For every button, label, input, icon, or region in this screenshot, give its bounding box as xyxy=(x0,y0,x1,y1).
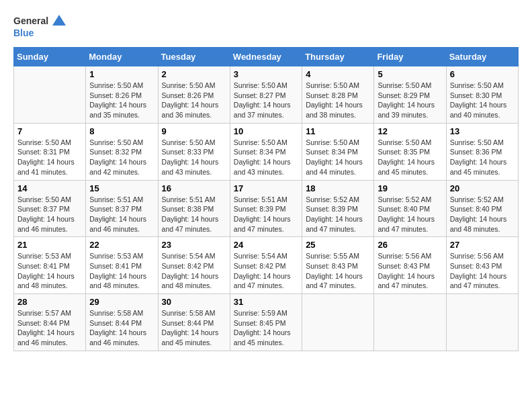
day-info: Sunrise: 5:56 AM Sunset: 8:43 PM Dayligh… xyxy=(378,251,442,291)
day-number: 30 xyxy=(162,297,226,307)
calendar-week-row: 7Sunrise: 5:50 AM Sunset: 8:31 PM Daylig… xyxy=(14,123,519,180)
weekday-header-wednesday: Wednesday xyxy=(230,48,302,66)
day-number: 26 xyxy=(378,240,442,250)
day-number: 1 xyxy=(89,69,154,79)
day-number: 29 xyxy=(89,297,154,307)
calendar-cell: 5Sunrise: 5:50 AM Sunset: 8:29 PM Daylig… xyxy=(374,66,446,124)
day-number: 28 xyxy=(17,297,82,307)
logo-svg: GeneralBlue xyxy=(13,13,67,40)
day-info: Sunrise: 5:51 AM Sunset: 8:39 PM Dayligh… xyxy=(234,195,298,234)
calendar-cell: 13Sunrise: 5:50 AM Sunset: 8:36 PM Dayli… xyxy=(446,123,518,180)
day-info: Sunrise: 5:50 AM Sunset: 8:31 PM Dayligh… xyxy=(17,138,82,177)
calendar-cell: 1Sunrise: 5:50 AM Sunset: 8:26 PM Daylig… xyxy=(86,66,158,124)
calendar-cell: 25Sunrise: 5:55 AM Sunset: 8:43 PM Dayli… xyxy=(302,237,374,294)
svg-marker-1 xyxy=(52,15,66,26)
calendar-cell: 15Sunrise: 5:51 AM Sunset: 8:37 PM Dayli… xyxy=(86,180,158,237)
weekday-header-friday: Friday xyxy=(374,48,446,66)
calendar-cell: 4Sunrise: 5:50 AM Sunset: 8:28 PM Daylig… xyxy=(302,66,374,124)
day-number: 20 xyxy=(450,183,515,193)
day-number: 25 xyxy=(306,240,370,250)
calendar-cell: 21Sunrise: 5:53 AM Sunset: 8:41 PM Dayli… xyxy=(14,237,86,294)
day-info: Sunrise: 5:50 AM Sunset: 8:26 PM Dayligh… xyxy=(162,81,226,120)
calendar-cell xyxy=(374,294,446,351)
calendar-week-row: 28Sunrise: 5:57 AM Sunset: 8:44 PM Dayli… xyxy=(14,294,519,351)
day-info: Sunrise: 5:54 AM Sunset: 8:42 PM Dayligh… xyxy=(234,251,298,291)
day-info: Sunrise: 5:55 AM Sunset: 8:43 PM Dayligh… xyxy=(306,251,370,291)
day-number: 5 xyxy=(378,69,442,79)
calendar-cell: 18Sunrise: 5:52 AM Sunset: 8:39 PM Dayli… xyxy=(302,180,374,237)
weekday-header-thursday: Thursday xyxy=(302,48,374,66)
day-info: Sunrise: 5:50 AM Sunset: 8:32 PM Dayligh… xyxy=(89,138,154,177)
day-number: 10 xyxy=(234,126,298,136)
day-info: Sunrise: 5:50 AM Sunset: 8:26 PM Dayligh… xyxy=(89,81,154,120)
weekday-header-sunday: Sunday xyxy=(14,48,86,66)
day-info: Sunrise: 5:50 AM Sunset: 8:36 PM Dayligh… xyxy=(450,138,515,177)
day-number: 23 xyxy=(162,240,226,250)
day-info: Sunrise: 5:50 AM Sunset: 8:29 PM Dayligh… xyxy=(378,81,442,120)
day-info: Sunrise: 5:52 AM Sunset: 8:40 PM Dayligh… xyxy=(378,195,442,234)
day-info: Sunrise: 5:50 AM Sunset: 8:35 PM Dayligh… xyxy=(378,138,442,177)
day-number: 4 xyxy=(306,69,370,79)
calendar-table: SundayMondayTuesdayWednesdayThursdayFrid… xyxy=(13,47,519,351)
day-number: 2 xyxy=(162,69,226,79)
day-info: Sunrise: 5:57 AM Sunset: 8:44 PM Dayligh… xyxy=(17,308,82,348)
calendar-cell: 19Sunrise: 5:52 AM Sunset: 8:40 PM Dayli… xyxy=(374,180,446,237)
svg-text:Blue: Blue xyxy=(13,28,34,38)
day-info: Sunrise: 5:52 AM Sunset: 8:39 PM Dayligh… xyxy=(306,195,370,234)
calendar-cell: 6Sunrise: 5:50 AM Sunset: 8:30 PM Daylig… xyxy=(446,66,518,124)
day-info: Sunrise: 5:54 AM Sunset: 8:42 PM Dayligh… xyxy=(162,251,226,291)
day-number: 27 xyxy=(450,240,515,250)
calendar-cell: 31Sunrise: 5:59 AM Sunset: 8:45 PM Dayli… xyxy=(230,294,302,351)
calendar-week-row: 21Sunrise: 5:53 AM Sunset: 8:41 PM Dayli… xyxy=(14,237,519,294)
day-number: 8 xyxy=(89,126,154,136)
day-info: Sunrise: 5:51 AM Sunset: 8:38 PM Dayligh… xyxy=(162,195,226,234)
day-info: Sunrise: 5:50 AM Sunset: 8:27 PM Dayligh… xyxy=(234,81,298,120)
calendar-cell: 29Sunrise: 5:58 AM Sunset: 8:44 PM Dayli… xyxy=(86,294,158,351)
calendar-week-row: 14Sunrise: 5:50 AM Sunset: 8:37 PM Dayli… xyxy=(14,180,519,237)
day-number: 15 xyxy=(89,183,154,193)
day-info: Sunrise: 5:58 AM Sunset: 8:44 PM Dayligh… xyxy=(162,308,226,348)
weekday-header-saturday: Saturday xyxy=(446,48,518,66)
day-info: Sunrise: 5:52 AM Sunset: 8:40 PM Dayligh… xyxy=(450,195,515,234)
calendar-cell: 17Sunrise: 5:51 AM Sunset: 8:39 PM Dayli… xyxy=(230,180,302,237)
logo: GeneralBlue xyxy=(13,13,67,40)
day-info: Sunrise: 5:58 AM Sunset: 8:44 PM Dayligh… xyxy=(89,308,154,348)
calendar-cell: 8Sunrise: 5:50 AM Sunset: 8:32 PM Daylig… xyxy=(86,123,158,180)
calendar-cell: 24Sunrise: 5:54 AM Sunset: 8:42 PM Dayli… xyxy=(230,237,302,294)
day-number: 24 xyxy=(234,240,298,250)
calendar-cell xyxy=(302,294,374,351)
calendar-cell: 20Sunrise: 5:52 AM Sunset: 8:40 PM Dayli… xyxy=(446,180,518,237)
calendar-cell: 30Sunrise: 5:58 AM Sunset: 8:44 PM Dayli… xyxy=(158,294,230,351)
day-number: 21 xyxy=(17,240,82,250)
calendar-cell: 27Sunrise: 5:56 AM Sunset: 8:43 PM Dayli… xyxy=(446,237,518,294)
calendar-cell: 23Sunrise: 5:54 AM Sunset: 8:42 PM Dayli… xyxy=(158,237,230,294)
weekday-header-row: SundayMondayTuesdayWednesdayThursdayFrid… xyxy=(14,48,519,66)
day-number: 13 xyxy=(450,126,515,136)
calendar-cell xyxy=(14,66,86,124)
day-number: 19 xyxy=(378,183,442,193)
day-number: 31 xyxy=(234,297,298,307)
day-number: 11 xyxy=(306,126,370,136)
day-number: 9 xyxy=(162,126,226,136)
day-number: 18 xyxy=(306,183,370,193)
day-number: 22 xyxy=(89,240,154,250)
weekday-header-monday: Monday xyxy=(86,48,158,66)
day-number: 16 xyxy=(162,183,226,193)
day-info: Sunrise: 5:50 AM Sunset: 8:33 PM Dayligh… xyxy=(162,138,226,177)
calendar-cell: 26Sunrise: 5:56 AM Sunset: 8:43 PM Dayli… xyxy=(374,237,446,294)
day-info: Sunrise: 5:56 AM Sunset: 8:43 PM Dayligh… xyxy=(450,251,515,291)
day-info: Sunrise: 5:51 AM Sunset: 8:37 PM Dayligh… xyxy=(89,195,154,234)
day-info: Sunrise: 5:59 AM Sunset: 8:45 PM Dayligh… xyxy=(234,308,298,348)
day-number: 6 xyxy=(450,69,515,79)
day-info: Sunrise: 5:50 AM Sunset: 8:37 PM Dayligh… xyxy=(17,195,82,234)
calendar-cell: 12Sunrise: 5:50 AM Sunset: 8:35 PM Dayli… xyxy=(374,123,446,180)
calendar-cell: 11Sunrise: 5:50 AM Sunset: 8:34 PM Dayli… xyxy=(302,123,374,180)
calendar-cell: 3Sunrise: 5:50 AM Sunset: 8:27 PM Daylig… xyxy=(230,66,302,124)
day-info: Sunrise: 5:50 AM Sunset: 8:28 PM Dayligh… xyxy=(306,81,370,120)
calendar-cell: 2Sunrise: 5:50 AM Sunset: 8:26 PM Daylig… xyxy=(158,66,230,124)
day-info: Sunrise: 5:53 AM Sunset: 8:41 PM Dayligh… xyxy=(89,251,154,291)
day-number: 17 xyxy=(234,183,298,193)
calendar-cell: 14Sunrise: 5:50 AM Sunset: 8:37 PM Dayli… xyxy=(14,180,86,237)
day-number: 14 xyxy=(17,183,82,193)
calendar-cell: 7Sunrise: 5:50 AM Sunset: 8:31 PM Daylig… xyxy=(14,123,86,180)
